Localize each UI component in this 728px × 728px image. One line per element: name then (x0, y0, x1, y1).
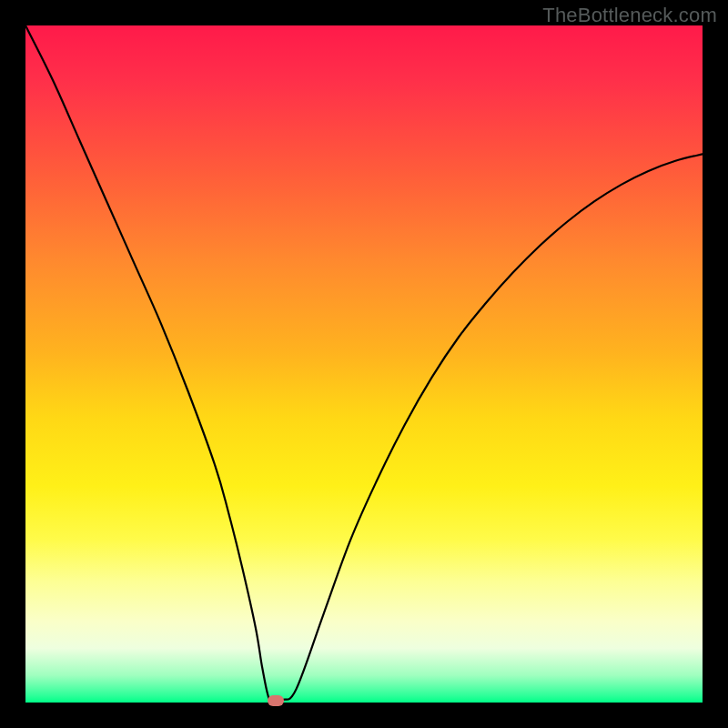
chart-curve-svg (25, 25, 703, 703)
chart-plot-area (25, 25, 703, 703)
optimal-point-marker (268, 695, 284, 706)
bottleneck-curve (25, 25, 703, 702)
watermark-text: TheBottleneck.com (542, 4, 717, 27)
